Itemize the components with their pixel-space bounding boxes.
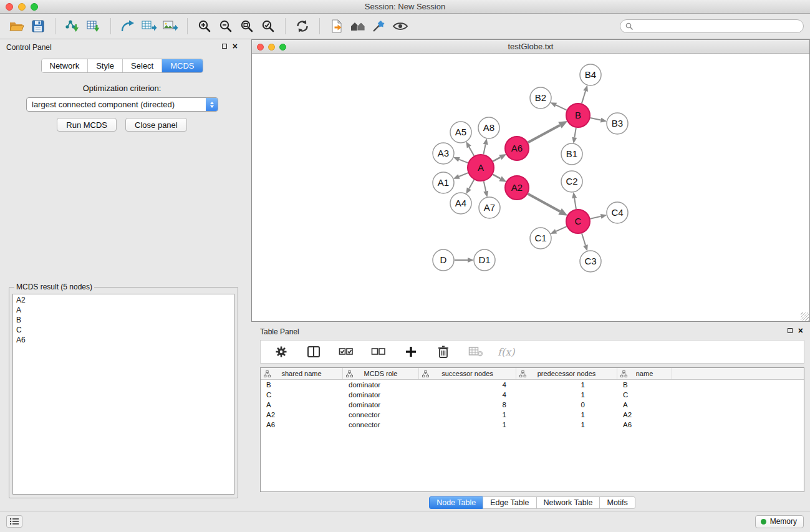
clone-network-button[interactable]: [117, 16, 138, 37]
show-graphics-details-button[interactable]: [390, 16, 411, 37]
save-session-button[interactable]: [27, 16, 49, 37]
table-row[interactable]: Bdominator41B: [261, 380, 804, 390]
resize-grip-icon[interactable]: [801, 312, 809, 321]
zoom-window-button[interactable]: [31, 3, 38, 11]
graph-edge-A-A5[interactable]: [469, 147, 474, 156]
import-network-file-button[interactable]: [62, 16, 83, 37]
mcds-result-item[interactable]: A6: [15, 335, 232, 345]
delete-column-button[interactable]: [433, 341, 454, 362]
zoom-in-button[interactable]: [194, 16, 215, 37]
graph-node-D[interactable]: D: [433, 249, 454, 271]
graph-edge-C-C4[interactable]: [591, 216, 601, 219]
zoom-out-button[interactable]: [215, 16, 236, 37]
export-document-button[interactable]: [326, 16, 347, 37]
zoom-fit-button[interactable]: [236, 16, 258, 37]
table-row[interactable]: Adominator80A: [261, 400, 804, 410]
graph-node-C4[interactable]: C4: [607, 202, 628, 223]
graph-node-A8[interactable]: A8: [478, 117, 499, 138]
column-header-successor-nodes[interactable]: successor nodes: [419, 368, 516, 379]
column-header-shared-name[interactable]: shared name: [261, 368, 343, 379]
column-header-MCDS-role[interactable]: MCDS role: [343, 368, 419, 379]
graph-edge-B-B4[interactable]: [582, 91, 586, 104]
show-column-button[interactable]: [303, 341, 324, 362]
graph-edge-A2-C[interactable]: [528, 194, 561, 211]
optimization-criterion-dropdown[interactable]: largest connected component (directed): [26, 97, 218, 112]
graph-edge-B-B3[interactable]: [591, 118, 601, 120]
run-mcds-button[interactable]: Run MCDS: [57, 118, 117, 132]
column-header-name[interactable]: name: [617, 368, 672, 379]
graph-node-C[interactable]: C: [566, 210, 590, 233]
close-panel-button[interactable]: Close panel: [125, 118, 187, 132]
graph-node-A1[interactable]: A1: [433, 172, 454, 193]
graph-edge-A-A2[interactable]: [493, 175, 500, 179]
graph-edge-A-A4[interactable]: [469, 180, 474, 188]
graph-node-A7[interactable]: A7: [479, 197, 500, 218]
graph-node-A4[interactable]: A4: [450, 193, 471, 214]
memory-button[interactable]: Memory: [755, 515, 804, 528]
mcds-result-item[interactable]: B: [15, 315, 232, 325]
float-table-panel-icon[interactable]: [788, 328, 793, 333]
network-close-button[interactable]: [257, 44, 264, 51]
graph-edge-A-A7[interactable]: [484, 181, 486, 191]
graph-node-B1[interactable]: B1: [561, 143, 582, 165]
graph-node-A3[interactable]: A3: [433, 143, 454, 164]
graph-edge-A6-B[interactable]: [528, 125, 560, 143]
mcds-result-item[interactable]: C: [15, 325, 232, 335]
graph-node-A6[interactable]: A6: [505, 137, 529, 160]
graph-node-A5[interactable]: A5: [450, 122, 471, 143]
column-header-predecessor-nodes[interactable]: predecessor nodes: [516, 368, 617, 379]
network-canvas[interactable]: B4B2BB3B1A5A8A6A3AA1A2C2A4A7C4CC1C3DD1: [252, 54, 809, 321]
table-settings-button[interactable]: [271, 341, 292, 362]
graph-edge-C-C1[interactable]: [556, 226, 567, 231]
import-table-file-button[interactable]: [83, 16, 104, 37]
graph-edge-A-A1[interactable]: [459, 173, 468, 177]
tab-edge-table[interactable]: Edge Table: [483, 496, 536, 509]
float-panel-icon[interactable]: [222, 44, 227, 49]
network-minimize-button[interactable]: [268, 44, 275, 51]
graph-node-C2[interactable]: C2: [561, 171, 582, 192]
network-zoom-button[interactable]: [279, 44, 286, 51]
graph-node-B4[interactable]: B4: [580, 64, 601, 85]
zoom-selected-button[interactable]: [258, 16, 279, 37]
deselect-all-button[interactable]: [368, 341, 389, 362]
tab-style[interactable]: Style: [88, 59, 123, 72]
table-row[interactable]: A6connector11A6: [261, 420, 804, 430]
close-panel-icon[interactable]: ×: [233, 43, 238, 49]
open-session-button[interactable]: [6, 16, 27, 37]
table-body[interactable]: Bdominator41BCdominator41CAdominator80AA…: [261, 380, 804, 491]
graph-edge-B-B2[interactable]: [556, 105, 566, 110]
close-window-button[interactable]: [6, 3, 13, 11]
graph-node-C1[interactable]: C1: [530, 228, 551, 249]
graph-node-C3[interactable]: C3: [580, 251, 601, 272]
network-graph[interactable]: B4B2BB3B1A5A8A6A3AA1A2C2A4A7C4CC1C3DD1: [252, 54, 809, 321]
minimize-window-button[interactable]: [18, 3, 26, 11]
style-wand-button[interactable]: [369, 16, 390, 37]
network-from-table-button[interactable]: [138, 16, 160, 37]
tab-select[interactable]: Select: [123, 59, 162, 72]
graph-edge-C-C2[interactable]: [574, 198, 576, 210]
mcds-result-item[interactable]: A: [15, 305, 232, 315]
graph-node-B2[interactable]: B2: [530, 87, 551, 109]
search-input[interactable]: [620, 19, 804, 33]
add-column-button[interactable]: [400, 341, 422, 362]
graph-edge-B-B1[interactable]: [574, 128, 576, 138]
table-row[interactable]: Cdominator41C: [261, 390, 804, 400]
graph-node-D1[interactable]: D1: [474, 249, 495, 271]
graph-edge-C-C3[interactable]: [582, 233, 586, 245]
tab-network[interactable]: Network: [41, 59, 88, 72]
graph-edge-A-A3[interactable]: [459, 160, 468, 163]
graph-node-A[interactable]: A: [468, 155, 494, 181]
task-history-button[interactable]: [6, 515, 22, 528]
tab-motifs[interactable]: Motifs: [599, 496, 635, 509]
close-table-panel-icon[interactable]: ×: [798, 327, 803, 334]
graph-node-B3[interactable]: B3: [607, 113, 628, 134]
graph-edge-A-A8[interactable]: [483, 144, 485, 154]
tab-mcds[interactable]: MCDS: [162, 59, 202, 72]
graph-edge-A-A6[interactable]: [493, 157, 500, 161]
graph-node-B[interactable]: B: [566, 104, 590, 127]
tab-network-table[interactable]: Network Table: [536, 496, 600, 509]
tab-node-table[interactable]: Node Table: [429, 496, 483, 509]
network-overview-button[interactable]: [347, 16, 369, 37]
select-all-button[interactable]: [335, 341, 357, 362]
table-row[interactable]: A2connector11A2: [261, 410, 804, 420]
